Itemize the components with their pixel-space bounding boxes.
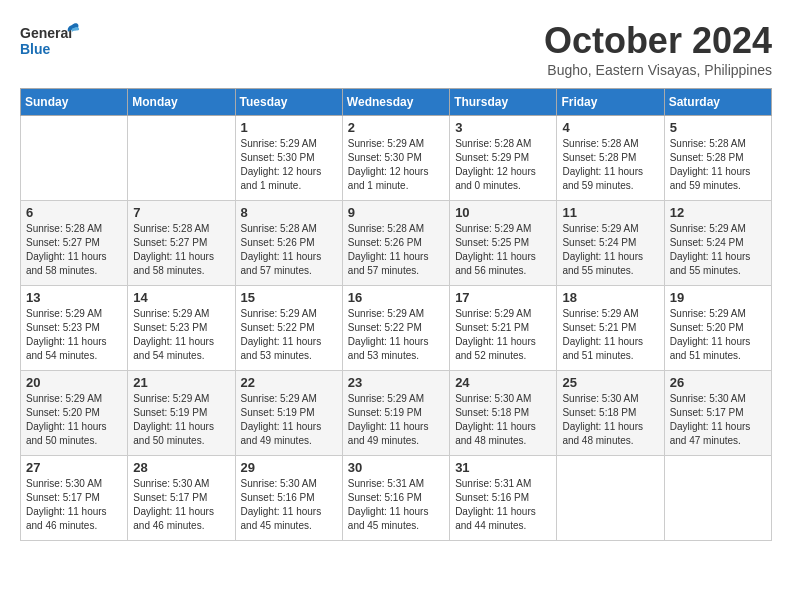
calendar-week-4: 20Sunrise: 5:29 AMSunset: 5:20 PMDayligh… <box>21 371 772 456</box>
calendar-cell: 24Sunrise: 5:30 AMSunset: 5:18 PMDayligh… <box>450 371 557 456</box>
day-info: Sunrise: 5:28 AMSunset: 5:28 PMDaylight:… <box>670 137 766 193</box>
day-info: Sunrise: 5:29 AMSunset: 5:30 PMDaylight:… <box>241 137 337 193</box>
day-info: Sunrise: 5:30 AMSunset: 5:18 PMDaylight:… <box>562 392 658 448</box>
calendar-cell: 17Sunrise: 5:29 AMSunset: 5:21 PMDayligh… <box>450 286 557 371</box>
day-number: 3 <box>455 120 551 135</box>
day-number: 18 <box>562 290 658 305</box>
calendar-cell: 4Sunrise: 5:28 AMSunset: 5:28 PMDaylight… <box>557 116 664 201</box>
calendar-cell: 11Sunrise: 5:29 AMSunset: 5:24 PMDayligh… <box>557 201 664 286</box>
calendar-cell: 5Sunrise: 5:28 AMSunset: 5:28 PMDaylight… <box>664 116 771 201</box>
calendar-cell: 7Sunrise: 5:28 AMSunset: 5:27 PMDaylight… <box>128 201 235 286</box>
day-number: 28 <box>133 460 229 475</box>
day-number: 11 <box>562 205 658 220</box>
day-info: Sunrise: 5:31 AMSunset: 5:16 PMDaylight:… <box>348 477 444 533</box>
day-number: 27 <box>26 460 122 475</box>
calendar-cell: 9Sunrise: 5:28 AMSunset: 5:26 PMDaylight… <box>342 201 449 286</box>
calendar-cell: 26Sunrise: 5:30 AMSunset: 5:17 PMDayligh… <box>664 371 771 456</box>
calendar-week-5: 27Sunrise: 5:30 AMSunset: 5:17 PMDayligh… <box>21 456 772 541</box>
weekday-header-saturday: Saturday <box>664 89 771 116</box>
day-info: Sunrise: 5:28 AMSunset: 5:27 PMDaylight:… <box>133 222 229 278</box>
page-header: General Blue October 2024 Bugho, Eastern… <box>20 20 772 78</box>
day-number: 16 <box>348 290 444 305</box>
calendar-cell: 15Sunrise: 5:29 AMSunset: 5:22 PMDayligh… <box>235 286 342 371</box>
weekday-header-tuesday: Tuesday <box>235 89 342 116</box>
day-number: 19 <box>670 290 766 305</box>
calendar-cell: 14Sunrise: 5:29 AMSunset: 5:23 PMDayligh… <box>128 286 235 371</box>
calendar-cell <box>128 116 235 201</box>
calendar-body: 1Sunrise: 5:29 AMSunset: 5:30 PMDaylight… <box>21 116 772 541</box>
day-info: Sunrise: 5:29 AMSunset: 5:19 PMDaylight:… <box>133 392 229 448</box>
calendar-cell: 12Sunrise: 5:29 AMSunset: 5:24 PMDayligh… <box>664 201 771 286</box>
day-info: Sunrise: 5:28 AMSunset: 5:29 PMDaylight:… <box>455 137 551 193</box>
day-number: 2 <box>348 120 444 135</box>
day-number: 22 <box>241 375 337 390</box>
day-info: Sunrise: 5:30 AMSunset: 5:18 PMDaylight:… <box>455 392 551 448</box>
calendar-week-3: 13Sunrise: 5:29 AMSunset: 5:23 PMDayligh… <box>21 286 772 371</box>
logo: General Blue <box>20 20 80 69</box>
calendar-cell: 21Sunrise: 5:29 AMSunset: 5:19 PMDayligh… <box>128 371 235 456</box>
calendar-cell: 20Sunrise: 5:29 AMSunset: 5:20 PMDayligh… <box>21 371 128 456</box>
day-number: 1 <box>241 120 337 135</box>
day-info: Sunrise: 5:29 AMSunset: 5:21 PMDaylight:… <box>455 307 551 363</box>
calendar-week-2: 6Sunrise: 5:28 AMSunset: 5:27 PMDaylight… <box>21 201 772 286</box>
calendar-cell: 30Sunrise: 5:31 AMSunset: 5:16 PMDayligh… <box>342 456 449 541</box>
day-info: Sunrise: 5:30 AMSunset: 5:17 PMDaylight:… <box>133 477 229 533</box>
weekday-header-thursday: Thursday <box>450 89 557 116</box>
day-info: Sunrise: 5:29 AMSunset: 5:20 PMDaylight:… <box>26 392 122 448</box>
weekday-header-sunday: Sunday <box>21 89 128 116</box>
day-number: 20 <box>26 375 122 390</box>
calendar-cell <box>557 456 664 541</box>
calendar-week-1: 1Sunrise: 5:29 AMSunset: 5:30 PMDaylight… <box>21 116 772 201</box>
calendar-cell: 28Sunrise: 5:30 AMSunset: 5:17 PMDayligh… <box>128 456 235 541</box>
calendar-cell: 1Sunrise: 5:29 AMSunset: 5:30 PMDaylight… <box>235 116 342 201</box>
weekday-header-wednesday: Wednesday <box>342 89 449 116</box>
day-info: Sunrise: 5:29 AMSunset: 5:21 PMDaylight:… <box>562 307 658 363</box>
calendar-cell: 8Sunrise: 5:28 AMSunset: 5:26 PMDaylight… <box>235 201 342 286</box>
calendar-cell: 13Sunrise: 5:29 AMSunset: 5:23 PMDayligh… <box>21 286 128 371</box>
calendar-cell: 19Sunrise: 5:29 AMSunset: 5:20 PMDayligh… <box>664 286 771 371</box>
day-number: 7 <box>133 205 229 220</box>
calendar-table: SundayMondayTuesdayWednesdayThursdayFrid… <box>20 88 772 541</box>
day-number: 25 <box>562 375 658 390</box>
day-info: Sunrise: 5:29 AMSunset: 5:23 PMDaylight:… <box>26 307 122 363</box>
month-title: October 2024 <box>544 20 772 62</box>
day-number: 13 <box>26 290 122 305</box>
title-section: October 2024 Bugho, Eastern Visayas, Phi… <box>544 20 772 78</box>
day-number: 31 <box>455 460 551 475</box>
day-info: Sunrise: 5:29 AMSunset: 5:19 PMDaylight:… <box>241 392 337 448</box>
day-number: 26 <box>670 375 766 390</box>
calendar-cell: 29Sunrise: 5:30 AMSunset: 5:16 PMDayligh… <box>235 456 342 541</box>
day-info: Sunrise: 5:29 AMSunset: 5:19 PMDaylight:… <box>348 392 444 448</box>
day-number: 6 <box>26 205 122 220</box>
calendar-cell: 23Sunrise: 5:29 AMSunset: 5:19 PMDayligh… <box>342 371 449 456</box>
day-number: 15 <box>241 290 337 305</box>
day-number: 14 <box>133 290 229 305</box>
day-number: 12 <box>670 205 766 220</box>
day-info: Sunrise: 5:29 AMSunset: 5:30 PMDaylight:… <box>348 137 444 193</box>
day-info: Sunrise: 5:28 AMSunset: 5:28 PMDaylight:… <box>562 137 658 193</box>
day-info: Sunrise: 5:28 AMSunset: 5:26 PMDaylight:… <box>348 222 444 278</box>
day-number: 30 <box>348 460 444 475</box>
calendar-cell: 27Sunrise: 5:30 AMSunset: 5:17 PMDayligh… <box>21 456 128 541</box>
calendar-cell <box>664 456 771 541</box>
day-number: 24 <box>455 375 551 390</box>
calendar-cell: 18Sunrise: 5:29 AMSunset: 5:21 PMDayligh… <box>557 286 664 371</box>
calendar-cell: 10Sunrise: 5:29 AMSunset: 5:25 PMDayligh… <box>450 201 557 286</box>
day-info: Sunrise: 5:29 AMSunset: 5:23 PMDaylight:… <box>133 307 229 363</box>
logo-icon: General Blue <box>20 20 80 65</box>
location-subtitle: Bugho, Eastern Visayas, Philippines <box>544 62 772 78</box>
day-info: Sunrise: 5:30 AMSunset: 5:16 PMDaylight:… <box>241 477 337 533</box>
svg-text:General: General <box>20 25 72 41</box>
day-number: 21 <box>133 375 229 390</box>
day-number: 9 <box>348 205 444 220</box>
day-info: Sunrise: 5:29 AMSunset: 5:24 PMDaylight:… <box>670 222 766 278</box>
day-number: 29 <box>241 460 337 475</box>
day-number: 17 <box>455 290 551 305</box>
calendar-cell: 31Sunrise: 5:31 AMSunset: 5:16 PMDayligh… <box>450 456 557 541</box>
day-number: 8 <box>241 205 337 220</box>
calendar-cell: 16Sunrise: 5:29 AMSunset: 5:22 PMDayligh… <box>342 286 449 371</box>
weekday-header-monday: Monday <box>128 89 235 116</box>
day-info: Sunrise: 5:28 AMSunset: 5:26 PMDaylight:… <box>241 222 337 278</box>
calendar-cell: 25Sunrise: 5:30 AMSunset: 5:18 PMDayligh… <box>557 371 664 456</box>
day-number: 23 <box>348 375 444 390</box>
